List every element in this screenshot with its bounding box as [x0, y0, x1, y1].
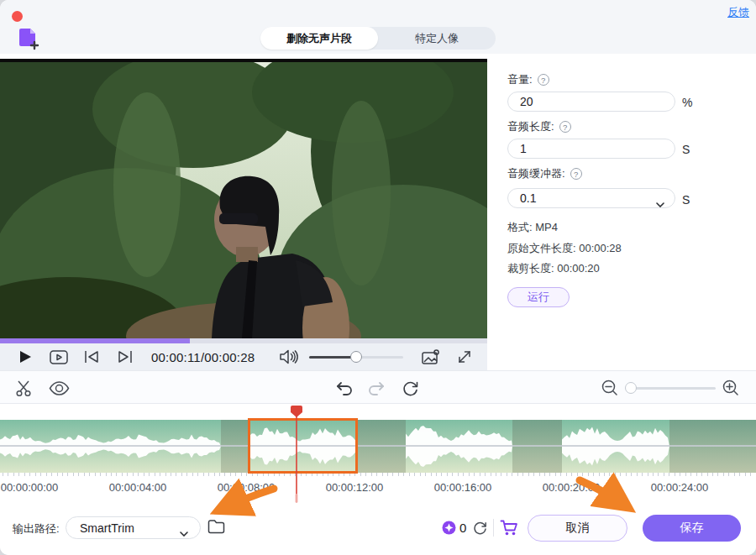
ruler-tick	[35, 473, 36, 476]
ruler-tick	[615, 473, 616, 476]
ruler-tick	[642, 473, 643, 476]
reset-icon[interactable]	[402, 371, 419, 405]
ruler-tick	[620, 473, 621, 476]
ruler-tick	[51, 473, 52, 476]
volume-icon[interactable]	[278, 343, 300, 370]
ruler-tick	[588, 473, 589, 476]
volume-input[interactable]: 20	[507, 92, 675, 112]
volume-slider-knob[interactable]	[350, 351, 362, 363]
timeline-zoom-knob[interactable]	[625, 382, 637, 394]
preview-eye-icon[interactable]	[49, 371, 70, 405]
cart-icon[interactable]	[500, 520, 518, 540]
output-path-select[interactable]: SmartTrim	[66, 516, 201, 539]
ruler-tick	[441, 473, 442, 476]
cancel-button[interactable]: 取消	[528, 515, 627, 542]
redo-icon[interactable]	[369, 371, 386, 405]
chevron-down-icon	[180, 526, 188, 539]
snapshot-icon[interactable]	[421, 343, 441, 370]
ruler-tick	[263, 473, 264, 476]
ruler-tick	[57, 473, 58, 476]
ruler-tick	[274, 473, 275, 476]
footer-divider	[493, 519, 494, 537]
ruler-tick	[599, 473, 600, 476]
settings-panel: 音量: 20 % 音频长度: 1 S 音频缓冲器: 0.1 S 格式: MP4 …	[487, 54, 756, 370]
undo-icon[interactable]	[335, 371, 352, 405]
ruler-tick	[517, 473, 518, 476]
ruler-tick	[577, 473, 578, 476]
help-icon[interactable]	[570, 168, 582, 180]
ruler-tick	[507, 473, 507, 476]
waveform-centerline	[0, 445, 756, 447]
player-controls: 00:00:11/00:00:28	[0, 343, 487, 370]
ruler-tick	[669, 473, 669, 476]
ruler-tick	[555, 473, 556, 476]
window-close-button[interactable]	[12, 11, 23, 22]
ruler-tick	[420, 473, 421, 476]
audio-length-input[interactable]: 1	[507, 139, 675, 159]
volume-unit: %	[682, 96, 692, 109]
ruler-tick	[549, 473, 550, 476]
feedback-link[interactable]: 反馈	[727, 5, 749, 20]
ruler-tick	[144, 473, 144, 476]
ruler-tick	[100, 473, 101, 476]
ruler-tick	[312, 473, 312, 476]
refresh-credits-icon[interactable]	[473, 521, 487, 538]
ruler-tick	[230, 473, 231, 476]
ruler-tick	[734, 473, 735, 476]
zoom-in-icon[interactable]	[722, 371, 739, 405]
previous-frame-button[interactable]	[82, 343, 101, 370]
ruler-tick	[122, 473, 123, 476]
timeline-time-label: 00:00:08:00	[218, 481, 276, 494]
ruler-tick	[728, 473, 729, 476]
ruler-tick	[181, 473, 182, 476]
ruler-tick	[469, 473, 470, 476]
help-icon[interactable]	[559, 121, 571, 133]
zoom-out-icon[interactable]	[601, 371, 618, 405]
ruler-tick	[485, 473, 486, 476]
volume-setting-label: 音量:	[507, 72, 549, 87]
audio-length-label: 音频长度:	[507, 119, 571, 134]
add-file-icon[interactable]	[16, 26, 41, 51]
ruler-tick	[452, 473, 453, 476]
output-path-label: 输出路径:	[13, 521, 60, 537]
ruler-tick	[403, 473, 404, 476]
ruler-tick	[279, 473, 280, 476]
ruler-tick	[84, 473, 85, 476]
ruler-tick	[149, 473, 150, 476]
ruler-tick	[522, 473, 523, 476]
ruler-tick	[171, 473, 171, 476]
audio-buffer-select[interactable]: 0.1	[507, 188, 675, 208]
ruler-tick	[241, 473, 242, 476]
ruler-tick	[463, 473, 464, 476]
run-button[interactable]: 运行	[507, 287, 570, 307]
help-icon[interactable]	[538, 74, 549, 86]
play-button[interactable]	[17, 343, 34, 370]
cut-icon[interactable]	[15, 371, 33, 405]
tab-specific-person[interactable]: 特定人像	[378, 27, 496, 50]
save-button[interactable]: 保存	[643, 515, 741, 542]
playhead[interactable]	[290, 406, 303, 507]
ruler-tick	[604, 473, 605, 476]
app-window: 删除无声片段 特定人像 反馈	[0, 0, 756, 555]
tab-remove-silence[interactable]: 删除无声片段	[260, 27, 378, 50]
timeline-time-label: 00:00:20:00	[543, 481, 601, 494]
ruler-tick	[458, 473, 459, 476]
fullscreen-icon[interactable]	[454, 343, 475, 370]
ruler-tick	[73, 473, 74, 476]
ruler-tick	[717, 473, 718, 476]
ruler-tick	[333, 473, 333, 476]
ruler-tick	[425, 473, 426, 476]
browse-folder-icon[interactable]	[207, 519, 225, 537]
timeline-toolbar	[0, 370, 756, 404]
video-preview[interactable]	[0, 59, 487, 338]
next-frame-button[interactable]	[116, 343, 134, 370]
credits-coin-icon[interactable]	[442, 521, 456, 538]
ruler-tick	[539, 473, 540, 476]
ruler-tick	[354, 473, 355, 476]
ruler-tick	[344, 473, 344, 476]
preview-clip-button[interactable]	[49, 343, 69, 370]
timeline-zoom-slider[interactable]	[626, 387, 716, 390]
ruler-tick	[707, 473, 708, 476]
ruler-tick	[349, 473, 350, 476]
ruler-tick	[582, 473, 583, 476]
